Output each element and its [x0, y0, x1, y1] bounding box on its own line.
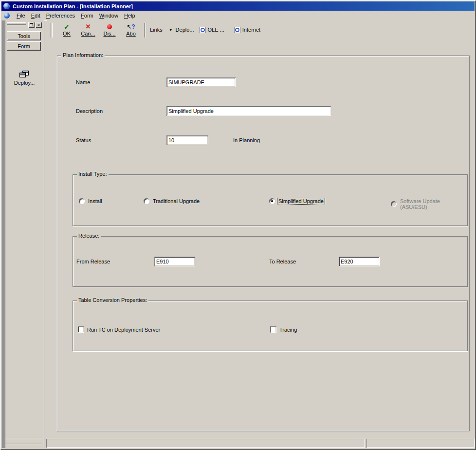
help-arrow-icon: ↖?: [127, 23, 135, 30]
cancel-button-label: Can...: [81, 31, 95, 37]
name-label: Name: [76, 79, 90, 85]
menu-file[interactable]: File: [14, 11, 28, 20]
display-errors-button[interactable]: Dis...: [100, 21, 119, 38]
tools-tab-label: Tools: [18, 33, 30, 39]
toolbar-separator: [51, 23, 53, 38]
checkbox-icon: [270, 326, 276, 333]
dock-pin-button[interactable]: [28, 22, 35, 28]
status-input[interactable]: [166, 135, 208, 145]
ole-button-label: OLE ...: [208, 27, 224, 33]
close-icon: ✕: [37, 23, 40, 27]
sidebar-tab-form[interactable]: Form: [7, 41, 41, 51]
radio-traditional-upgrade[interactable]: Traditional Upgrade: [144, 198, 201, 204]
internet-icon: [234, 27, 240, 33]
release-legend: Release:: [77, 233, 101, 239]
about-button[interactable]: ↖? Abo: [122, 21, 140, 38]
radio-install[interactable]: Install: [79, 198, 103, 204]
ok-check-icon: ✓: [64, 23, 70, 30]
statusbar-right-panel: [366, 439, 475, 448]
menu-form[interactable]: Form: [78, 11, 96, 20]
toolbar: ✓ OK ✕ Can... Dis... ↖? Abo Links ▼ Depl…: [47, 20, 475, 39]
radio-icon: [269, 198, 275, 204]
links-label: Links: [150, 27, 163, 33]
menu-bar: File Edit Preferences Form Window Help: [1, 11, 475, 21]
statusbar-left-panel: [46, 439, 365, 448]
internet-button-label: Internet: [242, 27, 260, 33]
status-label: Status: [76, 137, 91, 143]
tc-properties-legend: Table Conversion Properties:: [77, 297, 148, 303]
about-button-label: Abo: [126, 31, 136, 37]
from-release-label: From Release: [76, 259, 110, 264]
form-tab-label: Form: [18, 43, 30, 49]
menu-help[interactable]: Help: [121, 11, 138, 20]
install-type-group: Install Type: Install Traditional Upgrad…: [73, 174, 468, 226]
menu-preferences[interactable]: Preferences: [43, 11, 78, 20]
radio-icon: [79, 198, 85, 204]
status-description-text: In Planning: [233, 137, 260, 143]
ok-button[interactable]: ✓ OK: [57, 21, 76, 38]
deploy-item-label: Deploy...: [14, 80, 35, 86]
radio-icon: [391, 201, 397, 207]
plan-information-group: Plan Information: Name Description Statu…: [57, 56, 470, 431]
sidebar-item-deploy[interactable]: Deploy...: [5, 71, 43, 86]
pin-icon: [30, 23, 33, 26]
title-bar[interactable]: Custom Installation Plan - [Installation…: [1, 1, 475, 11]
radio-icon: [144, 198, 149, 204]
install-type-legend: Install Type:: [77, 171, 109, 177]
toolbar-separator: [144, 23, 146, 38]
red-dot-icon: [107, 23, 112, 30]
radio-software-update[interactable]: Software Update (ASU/ESU): [391, 198, 467, 210]
deploy-cascade-icon: [19, 71, 29, 78]
cancel-x-icon: ✕: [86, 23, 91, 30]
release-group: Release: From Release To Release: [73, 236, 468, 287]
sidebar-bottom-grips: [6, 438, 42, 444]
window-title: Custom Installation Plan - [Installation…: [13, 3, 133, 9]
tc-properties-group: Table Conversion Properties: Run TC on D…: [73, 300, 468, 351]
dock-close-button[interactable]: ✕: [36, 22, 42, 28]
plan-information-legend: Plan Information:: [61, 52, 105, 58]
dock-strip: [1, 20, 5, 448]
links-dropdown-arrow[interactable]: ▼: [169, 28, 173, 32]
menu-edit[interactable]: Edit: [28, 11, 43, 20]
menu-window[interactable]: Window: [96, 11, 121, 20]
to-release-input[interactable]: [339, 257, 380, 266]
app-icon: [3, 3, 10, 9]
links-deploy-item[interactable]: Deplo...: [176, 27, 194, 33]
from-release-input[interactable]: [154, 257, 195, 266]
display-button-label: Dis...: [103, 31, 115, 37]
child-window-icon[interactable]: [4, 13, 10, 19]
internet-button[interactable]: Internet: [234, 27, 260, 33]
description-input[interactable]: [166, 106, 331, 116]
checkbox-icon: [78, 326, 84, 333]
exit-bar-sidebar: ✕ Tools Form Deploy...: [5, 20, 44, 448]
name-input[interactable]: [166, 77, 236, 87]
toolbar-grip[interactable]: [7, 25, 26, 27]
ole-icon: [200, 27, 206, 33]
ok-button-label: OK: [63, 31, 71, 37]
radio-simplified-upgrade[interactable]: Simplified Upgrade: [269, 198, 325, 204]
description-label: Description: [76, 108, 103, 114]
sidebar-tab-tools[interactable]: Tools: [7, 31, 41, 40]
cancel-button[interactable]: ✕ Can...: [79, 21, 97, 38]
ole-button[interactable]: OLE ...: [200, 27, 224, 33]
checkbox-run-tc-on-deployment-server[interactable]: Run TC on Deployment Server: [78, 326, 160, 333]
application-window: Custom Installation Plan - [Installation…: [0, 0, 476, 450]
checkbox-tracing[interactable]: Tracing: [270, 326, 297, 333]
to-release-label: To Release: [269, 259, 296, 264]
